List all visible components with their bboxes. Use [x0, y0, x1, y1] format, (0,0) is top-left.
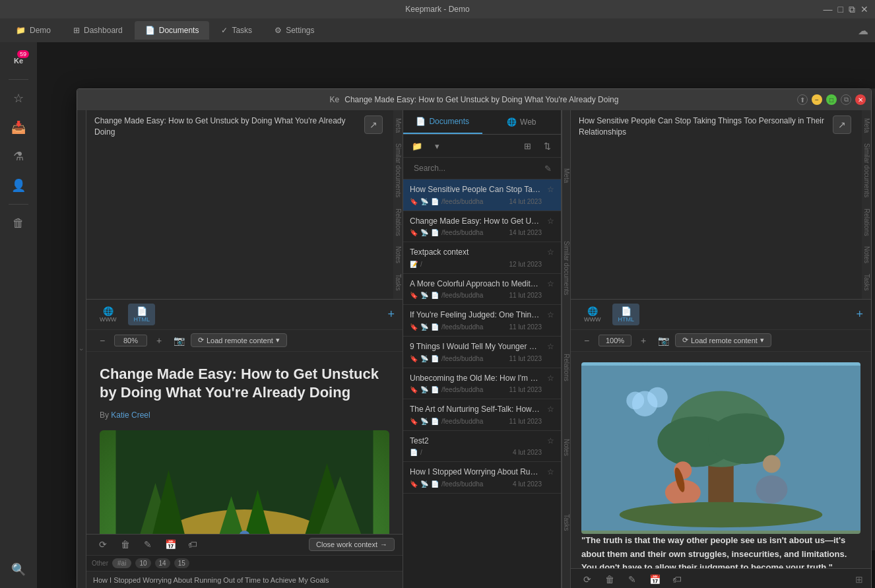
- zoom-out-button[interactable]: −: [94, 333, 110, 348]
- right-calendar-button[interactable]: 📅: [646, 571, 663, 588]
- inner-ctrl-restore[interactable]: ⧉: [841, 94, 851, 105]
- doc-list-item[interactable]: The Art of Nurturing Self-Talk: How to T…: [403, 399, 561, 431]
- doc-star-9[interactable]: ☆: [547, 467, 554, 476]
- side-tab-meta-left[interactable]: Meta: [393, 113, 403, 138]
- side-tab-meta-far[interactable]: Meta: [862, 113, 872, 138]
- docs-search-input[interactable]: [408, 161, 540, 176]
- side-tab-notes-right[interactable]: Notes: [562, 434, 571, 461]
- other-doc-item[interactable]: How I Stopped Worrying About Running Out…: [86, 571, 403, 588]
- doc-list-item[interactable]: Textpack context 📝 / 12 lut 2023 ☆: [403, 242, 561, 274]
- side-tab-similar-right[interactable]: Similar documents: [562, 236, 571, 300]
- tag-15[interactable]: 15: [174, 558, 189, 568]
- edit-button[interactable]: ✎: [139, 536, 156, 553]
- right-zoom-out-button[interactable]: −: [579, 333, 595, 348]
- right-add-format-button[interactable]: +: [856, 308, 863, 321]
- right-zoom-in-button[interactable]: +: [635, 333, 651, 348]
- docs-add-button[interactable]: 📁: [408, 137, 426, 154]
- doc-list-item[interactable]: How Sensitive People Can Stop Taking Thi…: [403, 180, 561, 211]
- close-work-context-button[interactable]: Close work context →: [309, 538, 395, 551]
- doc-star-0[interactable]: ☆: [547, 185, 554, 194]
- doc-star-4[interactable]: ☆: [547, 310, 554, 319]
- docs-grid-view-button[interactable]: ⊞: [519, 137, 536, 154]
- side-tab-tasks-far[interactable]: Tasks: [862, 269, 872, 296]
- sidebar-item-trash[interactable]: 🗑: [5, 210, 32, 236]
- doc-star-7[interactable]: ☆: [547, 405, 554, 414]
- tab-tasks[interactable]: ✓ Tasks: [211, 21, 263, 40]
- format-tab-html[interactable]: 📄 HTML: [128, 304, 155, 325]
- right-refresh-button[interactable]: ⟳: [579, 571, 596, 588]
- doc-star-1[interactable]: ☆: [547, 216, 554, 226]
- side-tab-meta-right[interactable]: Meta: [562, 163, 571, 188]
- docs-tab-documents[interactable]: 📄 Documents: [403, 110, 482, 134]
- right-load-remote-content-button[interactable]: ⟳ Load remote content ▾: [675, 333, 771, 347]
- sidebar-item-search[interactable]: 🔍: [5, 556, 32, 583]
- docs-sort-button[interactable]: ⇅: [538, 137, 556, 154]
- minimize-icon[interactable]: —: [824, 4, 833, 15]
- side-tab-relations-far[interactable]: Relations: [862, 203, 872, 242]
- side-tab-similar-left[interactable]: Similar documents: [393, 138, 403, 203]
- side-tab-notes-left[interactable]: Notes: [393, 241, 403, 269]
- tab-dashboard-icon: ⊞: [73, 26, 80, 35]
- doc-list-item[interactable]: Unbecoming the Old Me: How I'm Finally D…: [403, 368, 561, 400]
- add-format-button[interactable]: +: [387, 308, 395, 321]
- left-collapse-arrow[interactable]: ›: [78, 348, 85, 350]
- right-doc-expand-button[interactable]: ⊞: [855, 574, 863, 585]
- screenshot-button[interactable]: 📷: [171, 333, 187, 348]
- tab-demo[interactable]: 📁 Demo: [5, 21, 61, 40]
- format-tab-www[interactable]: 🌐 WWW: [94, 304, 121, 325]
- docs-tab-web[interactable]: 🌐 Web: [482, 110, 562, 134]
- doc-list-item[interactable]: Test2 📄 / 4 lut 2023 ☆: [403, 431, 561, 463]
- doc-list-item[interactable]: Change Made Easy: How to Get Unstuck by …: [403, 211, 561, 243]
- inner-ctrl-pin[interactable]: ⬆: [797, 94, 808, 105]
- right-screenshot-button[interactable]: 📷: [655, 333, 671, 348]
- sidebar-item-inbox[interactable]: 📥: [5, 114, 32, 141]
- tag-button[interactable]: 🏷: [184, 536, 201, 553]
- side-tab-tasks-left[interactable]: Tasks: [393, 269, 403, 296]
- tag-ai[interactable]: #ai: [112, 558, 131, 568]
- maximize-icon[interactable]: □: [838, 4, 843, 15]
- delete-button[interactable]: 🗑: [117, 536, 134, 553]
- right-doc-share-button[interactable]: ↗: [833, 115, 851, 134]
- doc-star-5[interactable]: ☆: [547, 342, 554, 351]
- right-tag-button[interactable]: 🏷: [668, 571, 686, 588]
- load-remote-content-button[interactable]: ⟳ Load remote content ▾: [191, 333, 287, 347]
- inner-ctrl-maximize[interactable]: □: [826, 94, 837, 105]
- tag-10[interactable]: 10: [135, 558, 150, 568]
- doc-list-item[interactable]: A More Colorful Approach to Meditation—C…: [403, 274, 561, 306]
- doc-star-6[interactable]: ☆: [547, 374, 554, 383]
- tab-settings[interactable]: ⚙ Settings: [264, 21, 325, 40]
- doc-star-8[interactable]: ☆: [547, 436, 554, 445]
- restore-icon[interactable]: ⧉: [849, 4, 855, 15]
- side-tab-similar-far[interactable]: Similar documents: [862, 138, 872, 203]
- doc-list-item[interactable]: How I Stopped Worrying About Running Out…: [403, 462, 561, 494]
- sidebar-item-filter[interactable]: ⚗: [5, 143, 32, 170]
- calendar-button[interactable]: 📅: [162, 536, 179, 553]
- sidebar-item-ke[interactable]: Ke 59: [5, 48, 32, 74]
- tab-documents[interactable]: 📄 Documents: [135, 21, 210, 40]
- sidebar-item-favorites[interactable]: ☆: [5, 85, 32, 112]
- close-icon[interactable]: ✕: [860, 4, 868, 15]
- side-tab-tasks-right[interactable]: Tasks: [562, 509, 571, 537]
- tag-14[interactable]: 14: [155, 558, 170, 568]
- sidebar-item-person[interactable]: 👤: [5, 172, 32, 199]
- left-doc-share-button[interactable]: ↗: [364, 115, 383, 134]
- doc-list-item[interactable]: 9 Things I Would Tell My Younger Self to…: [403, 337, 561, 368]
- doc-star-2[interactable]: ☆: [547, 247, 554, 257]
- right-delete-button[interactable]: 🗑: [601, 571, 618, 588]
- right-edit-button[interactable]: ✎: [624, 571, 641, 588]
- side-tab-notes-far[interactable]: Notes: [862, 241, 872, 269]
- side-tab-relations-right[interactable]: Relations: [562, 348, 571, 387]
- refresh-button[interactable]: ⟳: [94, 536, 112, 553]
- tab-dashboard[interactable]: ⊞ Dashboard: [63, 21, 133, 40]
- doc-author-link[interactable]: Katie Creel: [111, 410, 150, 420]
- inner-ctrl-minimize[interactable]: −: [812, 94, 822, 105]
- doc-star-3[interactable]: ☆: [547, 279, 554, 288]
- side-tab-relations-left[interactable]: Relations: [393, 203, 403, 242]
- docs-search-edit-button[interactable]: ✎: [540, 160, 556, 176]
- right-format-tab-www[interactable]: 🌐 WWW: [579, 304, 606, 325]
- doc-list-item[interactable]: If You're Feeling Judged: One Thing You …: [403, 305, 561, 337]
- docs-chevron-button[interactable]: ▾: [428, 137, 445, 154]
- zoom-in-button[interactable]: +: [151, 333, 167, 348]
- inner-ctrl-close[interactable]: ✕: [855, 94, 866, 105]
- right-format-tab-html[interactable]: 📄 HTML: [612, 304, 639, 325]
